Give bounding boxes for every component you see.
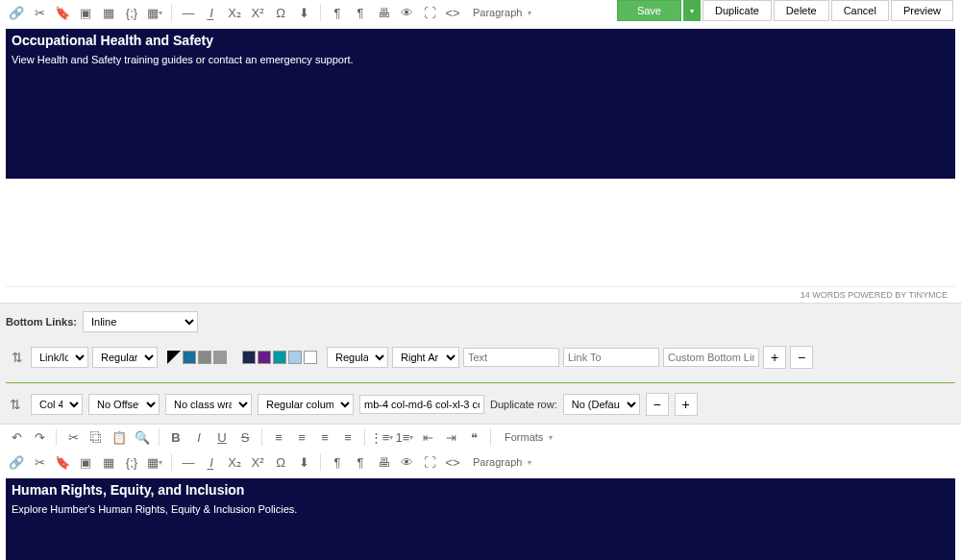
hr-icon[interactable]: — [178, 2, 199, 23]
print-icon[interactable]: 🖶 [373, 2, 394, 23]
source-icon[interactable]: <> [442, 451, 463, 473]
swatch-gray1[interactable] [198, 351, 211, 364]
outdent-icon[interactable]: ⇤ [417, 426, 438, 448]
save-split-button[interactable]: ▾ [683, 0, 701, 21]
regular-select-1[interactable]: Regular [92, 347, 158, 368]
regular-select-2[interactable]: Regular [327, 347, 388, 368]
fullscreen-icon[interactable]: ⛶ [419, 451, 440, 473]
rtl-icon[interactable]: ¶ [350, 451, 371, 473]
image-icon[interactable]: ▣ [75, 2, 96, 23]
bullet-list-icon[interactable]: ⋮≡▾ [371, 426, 392, 448]
sort-icon[interactable]: ⇅ [8, 350, 27, 365]
bottom-links-select[interactable]: Inline [83, 311, 198, 332]
superscript-icon[interactable]: X² [247, 451, 268, 473]
row-add-button[interactable]: + [675, 393, 698, 416]
align-left-icon[interactable]: ≡ [268, 426, 289, 448]
quote-icon[interactable]: ❝ [463, 426, 484, 448]
ltr-icon[interactable]: ¶ [327, 2, 348, 23]
content-block-1[interactable]: Occupational Health and Safety View Heal… [6, 29, 955, 179]
download-icon[interactable]: ⬇ [293, 451, 314, 473]
duplicate-button[interactable]: Duplicate [702, 0, 772, 21]
image-icon[interactable]: ▣ [75, 451, 96, 473]
swatch-lightblue[interactable] [288, 351, 302, 364]
preview-icon[interactable]: 👁 [396, 2, 417, 23]
linkid-select[interactable]: Link/Id [31, 347, 88, 368]
delete-button[interactable]: Delete [774, 0, 829, 21]
text-input[interactable] [463, 348, 559, 367]
source-icon[interactable]: <> [442, 2, 463, 23]
omega-icon[interactable]: Ω [270, 2, 291, 23]
copy-icon[interactable]: ⿻ [86, 426, 107, 448]
classes-input[interactable] [359, 395, 484, 414]
align-center-icon[interactable]: ≡ [291, 426, 312, 448]
formats-dropdown[interactable]: Formats ▾ [497, 429, 560, 445]
superscript-icon[interactable]: X² [247, 2, 268, 23]
remove-button[interactable]: − [790, 346, 813, 369]
rtl-icon[interactable]: ¶ [350, 2, 371, 23]
redo-icon[interactable]: ↷ [29, 426, 50, 448]
table-icon[interactable]: ▦▾ [144, 451, 165, 473]
fullscreen-icon[interactable]: ⛶ [419, 2, 440, 23]
col-select[interactable]: Col 4 [31, 394, 83, 415]
undo-icon[interactable]: ↶ [6, 426, 27, 448]
media-icon[interactable]: ▦ [98, 451, 119, 473]
editor-whitespace[interactable] [6, 183, 955, 286]
sort-icon-2[interactable]: ⇅ [6, 397, 25, 412]
paragraph-dropdown[interactable]: Paragraph ▾ [465, 5, 539, 20]
strike-icon[interactable]: S [234, 426, 256, 448]
unlink-icon[interactable]: ✂ [29, 451, 50, 473]
swatch-white[interactable] [304, 351, 317, 364]
block1-body: View Health and Safety training guides o… [12, 54, 949, 65]
custom-class-input[interactable] [663, 348, 759, 367]
duplicate-row-select[interactable]: No (Default) [563, 394, 640, 415]
linkto-input[interactable] [563, 348, 659, 367]
content-block-2[interactable]: Human Rights, Equity, and Inclusion Expl… [6, 478, 955, 560]
swatch-flag[interactable] [167, 351, 181, 364]
omega-icon[interactable]: Ω [270, 451, 291, 473]
media-icon[interactable]: ▦ [98, 2, 119, 23]
paste-icon[interactable]: 📋 [109, 426, 130, 448]
underline-icon[interactable]: U [211, 426, 233, 448]
swatch-gray2[interactable] [213, 351, 227, 364]
cancel-button[interactable]: Cancel [831, 0, 889, 21]
indent-icon[interactable]: ⇥ [440, 426, 461, 448]
config-section: Bottom Links: Inline ⇅ Link/Id Regular R… [0, 303, 961, 424]
align-right-icon[interactable]: ≡ [314, 426, 335, 448]
ltr-icon[interactable]: ¶ [327, 451, 348, 473]
print-icon[interactable]: 🖶 [373, 451, 394, 473]
swatch-teal2[interactable] [273, 351, 286, 364]
offset-select[interactable]: No Offset [88, 394, 160, 415]
link-icon[interactable]: 🔗 [6, 2, 27, 23]
add-button[interactable]: + [763, 346, 786, 369]
preview-icon[interactable]: 👁 [396, 451, 417, 473]
arrow-select[interactable]: Right Arrow [392, 347, 459, 368]
italic-icon[interactable]: I [188, 426, 209, 448]
table-icon[interactable]: ▦▾ [144, 2, 165, 23]
cut-icon[interactable]: ✂ [62, 426, 84, 448]
hr-icon[interactable]: — [178, 451, 199, 473]
bold-icon[interactable]: B [165, 426, 186, 448]
code-brace-icon[interactable]: {;} [121, 451, 142, 473]
subscript-icon[interactable]: X₂ [224, 2, 245, 23]
row-remove-button[interactable]: − [646, 393, 669, 416]
save-button[interactable]: Save [617, 0, 681, 21]
coltype-select[interactable]: Regular column [258, 394, 354, 415]
paragraph-dropdown-2[interactable]: Paragraph ▾ [465, 454, 539, 470]
swatch-purple[interactable] [258, 351, 271, 364]
clear-format-icon[interactable]: I̲ [201, 451, 222, 473]
download-icon[interactable]: ⬇ [293, 2, 314, 23]
find-icon[interactable]: 🔍 [132, 426, 153, 448]
link-icon[interactable]: 🔗 [6, 451, 27, 473]
code-brace-icon[interactable]: {;} [121, 2, 142, 23]
swatch-darkblue[interactable] [242, 351, 256, 364]
wrap-select[interactable]: No class wrap [165, 394, 252, 415]
bookmark-icon[interactable]: 🔖 [52, 2, 73, 23]
clear-format-icon[interactable]: I̲ [201, 2, 222, 23]
align-justify-icon[interactable]: ≡ [337, 426, 358, 448]
number-list-icon[interactable]: 1≡▾ [394, 426, 415, 448]
preview-button[interactable]: Preview [891, 0, 953, 21]
swatch-teal[interactable] [183, 351, 196, 364]
subscript-icon[interactable]: X₂ [224, 451, 245, 473]
unlink-icon[interactable]: ✂ [29, 2, 50, 23]
bookmark-icon[interactable]: 🔖 [52, 451, 73, 473]
